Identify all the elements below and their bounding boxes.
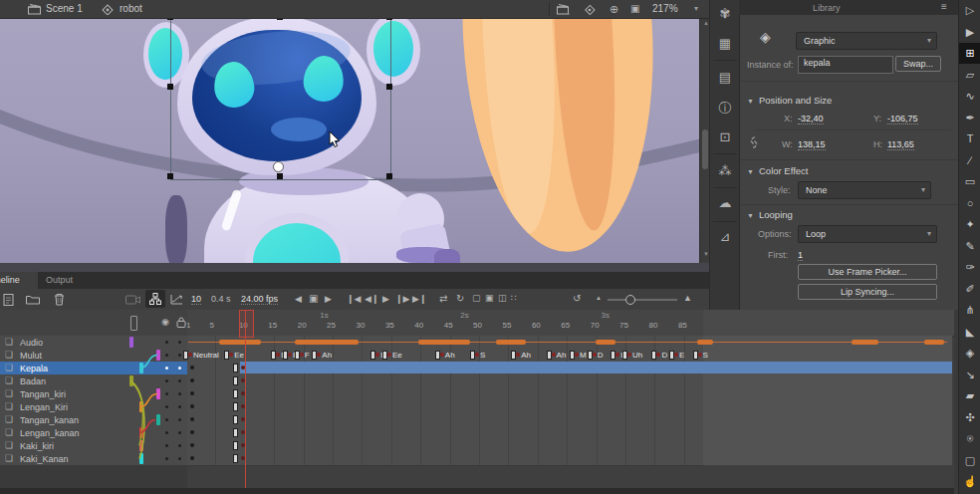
color-style-select[interactable]: None ▾ [798,181,931,199]
empty-keyframe-marker[interactable] [233,428,238,437]
frames-ext-mulut[interactable] [703,349,952,363]
tab-timeline[interactable]: Timeline [0,272,38,289]
step-back-icon[interactable]: ◀ [295,294,302,304]
lip-keyframe-dot[interactable] [440,353,444,357]
classic-brush-tool[interactable]: ✐ [959,279,980,300]
frames-ext-kaki_kiri[interactable] [703,439,952,453]
align-panel-icon[interactable]: ▤ [710,70,740,85]
subselection-tool[interactable]: ▶ [959,22,980,43]
keyframe-dot[interactable] [190,378,194,382]
layer-dot[interactable] [165,341,168,344]
link-dimensions-icon[interactable] [747,136,761,148]
y-value[interactable]: -106,75 [887,114,918,124]
ink-bottle-tool[interactable]: ◈ [959,343,980,364]
breadcrumb-symbol[interactable]: robot [120,3,142,14]
ruler-number[interactable]: 50 [473,321,482,330]
frames-lengan_kanan[interactable] [187,426,703,440]
camera-tool[interactable]: ▢ [959,450,980,471]
transform-handle[interactable] [386,84,392,90]
next-keyframe-icon[interactable]: ❙▶ [395,294,409,304]
empty-keyframe-marker[interactable] [233,415,238,424]
selected-frame-span[interactable] [240,362,952,373]
layer-dot[interactable] [178,431,181,434]
keyframe-dot[interactable] [241,456,245,460]
gradient-transform-tool[interactable]: ▱ [959,65,980,86]
keyframe-dot[interactable] [241,430,245,434]
ruler-number[interactable]: 60 [532,321,541,330]
first-frame-value[interactable]: 1 [798,250,803,261]
keyframe-dot[interactable] [241,443,245,447]
frames-ext-lengan_kanan[interactable] [703,426,952,440]
keyframe-dot[interactable] [190,456,194,460]
eyedropper-tool[interactable]: ↘ [959,365,980,385]
keyframe-dot[interactable] [241,417,245,421]
looping-title[interactable]: Looping [759,209,793,220]
collapse-arrow-icon[interactable]: ▼ [747,212,754,219]
lip-keyframe-dot[interactable] [698,353,702,357]
layer-dot[interactable] [178,354,181,357]
layer-dot[interactable] [165,379,168,382]
empty-keyframe-marker[interactable] [233,454,238,463]
frames-ext-tangan_kanan[interactable] [703,413,952,427]
pencil-tool[interactable]: ✎ [959,236,980,257]
edit-scene-button-icon[interactable] [557,4,570,15]
stage-zoom-value[interactable]: 217% [652,3,678,14]
transform-origin-point[interactable] [273,161,284,172]
frames-ext-badan[interactable] [703,374,952,388]
keyframe-dot[interactable] [241,391,245,395]
paint-bucket-tool[interactable]: ◣ [959,322,980,343]
layer-dot[interactable] [165,354,168,357]
reset-timeline-zoom-icon[interactable]: ↺ [573,293,581,304]
keyframe-dot[interactable] [190,417,194,421]
info-panel-icon[interactable]: ⓘ [710,100,740,118]
swatches-panel-icon[interactable]: ▦ [710,36,740,51]
layer-dot[interactable] [165,405,168,408]
frames-tangan_kanan[interactable] [187,413,703,427]
oval-tool[interactable]: ○ [959,193,980,214]
layer-dot-active[interactable] [178,367,181,370]
frames-ext-tangan_kiri[interactable] [703,387,952,401]
transform-handle[interactable] [167,173,173,179]
hand-tool[interactable]: ☝ [959,471,980,492]
collapse-arrow-icon[interactable]: ▼ [747,98,754,105]
frames-kaki_kanan[interactable] [187,452,703,466]
timeline-hscrollbar[interactable] [0,488,954,494]
keyframe-dot[interactable] [190,443,194,447]
stage-vscrollbar[interactable]: ▲ ▼ [699,18,709,263]
transform-panel-icon[interactable]: ⊡ [710,129,740,144]
layer-dot[interactable] [178,379,181,382]
empty-keyframe-marker[interactable] [233,364,238,372]
lip-keyframe-dot[interactable] [593,353,597,357]
empty-keyframe-marker[interactable] [588,351,593,360]
ruler-number[interactable]: 35 [385,321,394,330]
layer-dot[interactable] [178,418,181,421]
frame-size-slider-knob[interactable] [625,295,635,305]
ruler-number[interactable]: 15 [268,321,277,330]
frames-badan[interactable] [187,374,703,388]
stage-hscrollbar[interactable] [0,263,709,272]
pen-tool[interactable]: ✒ [959,108,980,128]
lip-keyframe-dot[interactable] [627,353,631,357]
layer-dot[interactable] [178,341,181,344]
eraser-tool[interactable]: ▰ [959,385,980,406]
loop-options-select[interactable]: Loop ▾ [798,225,937,243]
frames-tangan_kiri[interactable] [187,387,703,401]
frame-size-slider[interactable] [608,299,677,301]
zoom-chevron-icon[interactable]: ▾ [694,4,698,13]
stamp-keyframe-icon[interactable]: ↻ [456,293,464,304]
vscroll-thumb[interactable] [702,129,708,169]
tab-library[interactable]: Library [813,3,841,13]
color-panel-icon[interactable]: ✾ [710,6,740,21]
go-last-frame-icon[interactable]: ▶❙ [412,294,426,304]
use-frame-picker-button[interactable]: Use Frame Picker... [798,264,937,280]
collapse-arrow-icon[interactable]: ▼ [747,168,754,175]
symbol-type-select[interactable]: Graphic ▾ [796,32,937,50]
keyframe-dot[interactable] [241,404,245,408]
step-forward-icon[interactable]: ▶ [325,294,332,304]
layer-dot[interactable] [178,392,181,395]
bone-tool[interactable]: ⋔ [959,300,980,321]
layer-dot[interactable] [178,405,181,408]
zoom-in-frames-icon[interactable]: ▲ [683,293,692,303]
edit-symbols-button-icon[interactable] [584,4,597,15]
keyframe-dot[interactable] [241,378,245,382]
